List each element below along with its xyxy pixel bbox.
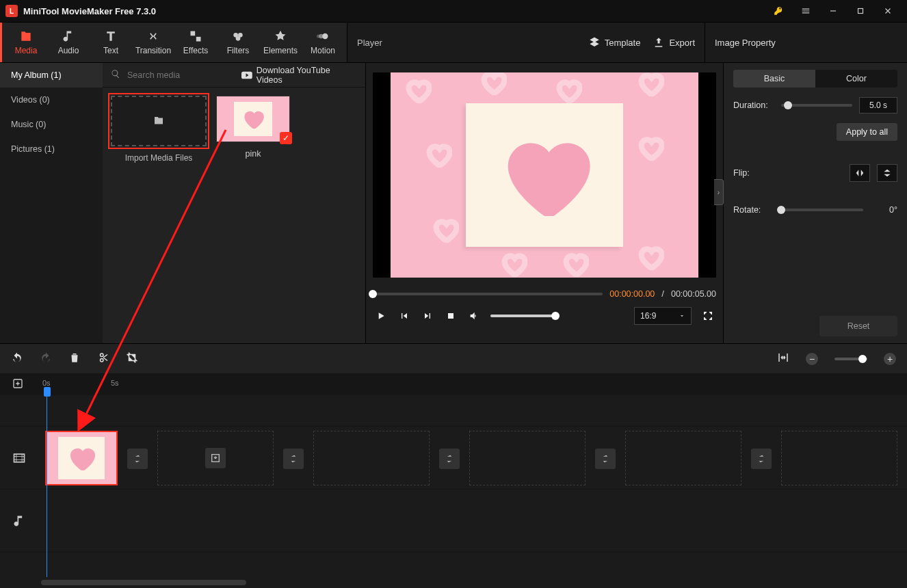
fit-timeline-button[interactable] <box>777 351 789 366</box>
tab-motion-label: Motion <box>311 46 335 55</box>
duration-label: Duration: <box>733 101 774 110</box>
tab-elements-label: Elements <box>263 46 298 55</box>
audio-track[interactable] <box>0 490 907 552</box>
tab-transition[interactable]: Transition <box>132 23 174 62</box>
tab-effects[interactable]: Effects <box>174 23 217 62</box>
fullscreen-button[interactable] <box>701 309 715 323</box>
import-media-card[interactable]: Import Media Files <box>111 96 207 163</box>
tab-filters-label: Filters <box>227 46 250 55</box>
menu-icon[interactable] <box>792 0 819 22</box>
license-key-icon[interactable] <box>765 0 792 22</box>
tab-media[interactable]: Media <box>5 23 47 62</box>
delete-button[interactable] <box>68 351 81 366</box>
search-input[interactable] <box>127 70 235 80</box>
close-button[interactable] <box>874 0 902 22</box>
time-total: 00:00:05.00 <box>671 289 716 299</box>
seek-slider[interactable] <box>373 293 603 295</box>
stop-button[interactable] <box>444 309 458 323</box>
volume-slider[interactable] <box>490 315 555 317</box>
duration-value[interactable]: 5.0 s <box>859 97 897 113</box>
sidebar-item-videos[interactable]: Videos (0) <box>0 88 103 112</box>
transition-slot-5[interactable] <box>751 449 772 469</box>
zoom-slider[interactable] <box>834 358 867 360</box>
transition-slot-3[interactable] <box>439 449 460 469</box>
properties-panel: Basic Color Duration: 5.0 s Apply to all… <box>724 63 907 343</box>
tab-effects-label: Effects <box>183 46 208 55</box>
prop-tab-color[interactable]: Color <box>815 70 897 88</box>
timeline-clip-pink[interactable] <box>45 431 118 485</box>
next-frame-button[interactable] <box>421 309 434 323</box>
minimize-button[interactable] <box>819 0 847 22</box>
tab-filters[interactable]: Filters <box>217 23 259 62</box>
module-tabs: Media Audio Text Transition Effects Filt… <box>0 23 347 62</box>
timeline-toolbar: − + <box>0 343 907 373</box>
volume-icon[interactable] <box>467 309 481 323</box>
properties-header: Image Property <box>705 23 907 62</box>
sidebar-item-pictures[interactable]: Pictures (1) <box>0 137 103 161</box>
audio-icon <box>62 29 75 43</box>
flip-horizontal-button[interactable] <box>850 164 870 182</box>
tab-audio[interactable]: Audio <box>47 23 90 62</box>
redo-button[interactable] <box>40 351 52 366</box>
video-track-icon <box>0 451 38 465</box>
aspect-ratio-select[interactable]: 16:9 <box>634 307 692 325</box>
rotate-value: 0° <box>870 205 897 215</box>
transition-slot-1[interactable] <box>127 449 148 469</box>
duration-slider[interactable] <box>781 104 852 107</box>
tab-motion[interactable]: Motion <box>302 23 344 62</box>
playhead-line[interactable] <box>47 395 47 577</box>
titlebar: L MiniTool MovieMaker Free 7.3.0 <box>0 0 907 22</box>
sidebar-item-music[interactable]: Music (0) <box>0 112 103 137</box>
preview-heart-card <box>466 103 623 247</box>
tab-text-label: Text <box>103 46 118 55</box>
empty-clip-slot[interactable] <box>469 431 586 485</box>
prop-tab-basic[interactable]: Basic <box>733 70 815 88</box>
heart-icon <box>239 106 267 132</box>
transition-slot-4[interactable] <box>595 449 616 469</box>
play-button[interactable] <box>374 309 388 323</box>
player-viewport <box>373 72 716 278</box>
timeline-scrollbar[interactable] <box>0 577 907 588</box>
svg-rect-11 <box>448 313 454 319</box>
main-tabbar: Media Audio Text Transition Effects Filt… <box>0 22 907 63</box>
app-logo-icon: L <box>5 5 18 17</box>
download-youtube-label: Download YouTube Videos <box>257 66 357 85</box>
expand-properties-handle[interactable]: › <box>714 179 724 205</box>
prev-frame-button[interactable] <box>397 309 411 323</box>
rotate-slider[interactable] <box>781 209 863 211</box>
zoom-out-button[interactable]: − <box>806 353 818 365</box>
video-track[interactable] <box>0 427 907 490</box>
download-youtube-button[interactable]: Download YouTube Videos <box>241 66 357 85</box>
search-icon <box>111 69 120 81</box>
template-button[interactable]: Template <box>588 36 641 49</box>
properties-title: Image Property <box>715 38 776 48</box>
text-icon <box>104 29 118 43</box>
tab-transition-label: Transition <box>135 46 171 55</box>
split-button[interactable] <box>97 351 109 366</box>
reset-button[interactable]: Reset <box>819 316 897 336</box>
tab-text[interactable]: Text <box>90 23 132 62</box>
zoom-in-button[interactable]: + <box>884 353 896 365</box>
undo-button[interactable] <box>11 351 23 366</box>
timeline-ruler[interactable]: 0s 5s <box>0 373 907 395</box>
overlay-track[interactable] <box>0 395 907 427</box>
maximize-button[interactable] <box>847 0 874 22</box>
import-media-dropzone[interactable] <box>111 96 207 146</box>
app-title: MiniTool MovieMaker Free 7.3.0 <box>23 6 156 16</box>
add-track-icon[interactable] <box>12 378 27 391</box>
apply-to-all-button[interactable]: Apply to all <box>837 123 897 141</box>
transition-slot-2[interactable] <box>283 449 304 469</box>
tab-elements[interactable]: Elements <box>259 23 302 62</box>
flip-vertical-button[interactable] <box>877 164 897 182</box>
empty-clip-slot[interactable] <box>157 431 274 485</box>
svg-point-9 <box>317 35 320 38</box>
media-thumb-pink[interactable]: ✓ pink <box>216 96 290 159</box>
empty-clip-slot[interactable] <box>313 431 430 485</box>
sidebar-item-myalbum[interactable]: My Album (1) <box>0 63 103 88</box>
empty-clip-slot[interactable] <box>625 431 741 485</box>
crop-button[interactable] <box>126 351 138 366</box>
empty-clip-slot[interactable] <box>781 431 897 485</box>
properties-tabs: Basic Color <box>733 70 897 88</box>
elements-icon <box>274 29 287 43</box>
export-button[interactable]: Export <box>653 36 695 49</box>
